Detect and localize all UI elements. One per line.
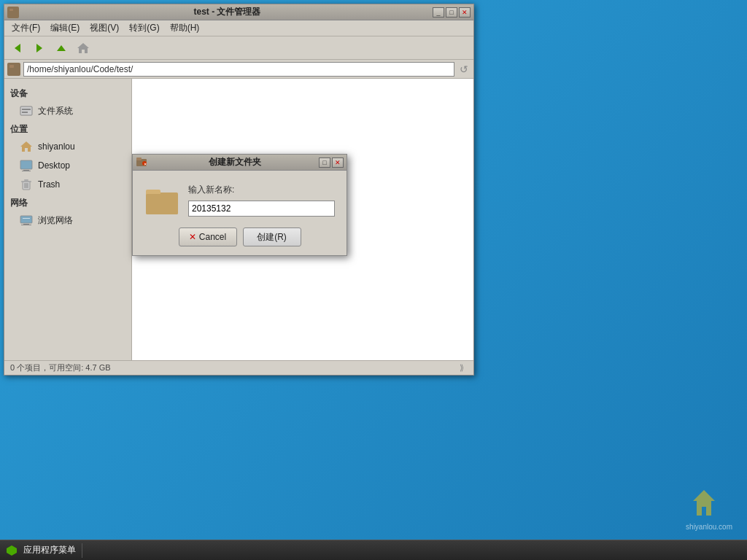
browse-network-label: 浏览网络 xyxy=(38,214,73,227)
apps-menu-button[interactable]: 应用程序菜单 xyxy=(6,544,76,556)
svg-rect-23 xyxy=(21,225,31,225)
dialog-title-bar: ✕ 创建新文件夹 □ ✕ xyxy=(133,155,347,171)
trash-icon xyxy=(19,177,34,192)
dialog-title: 创建新文件夹 xyxy=(150,156,319,168)
back-button[interactable] xyxy=(7,39,28,58)
shiyanlou-label: shiyanlou xyxy=(38,141,75,152)
svg-rect-17 xyxy=(24,179,28,181)
sidebar-item-filesystem[interactable]: 文件系统 xyxy=(4,101,131,120)
desktop-icon xyxy=(19,158,34,173)
apps-label: 应用程序菜单 xyxy=(23,544,76,556)
menu-edit[interactable]: 编辑(E) xyxy=(46,20,84,36)
dialog-title-buttons: □ ✕ xyxy=(319,158,344,168)
home-icon xyxy=(19,139,34,154)
menu-bar: 文件(F) 编辑(E) 视图(V) 转到(G) 帮助(H) xyxy=(4,20,473,36)
devices-section-title: 设备 xyxy=(4,85,131,101)
dialog-input-label: 输入新名称: xyxy=(188,184,335,196)
create-folder-dialog: ✕ 创建新文件夹 □ ✕ xyxy=(132,154,347,256)
svg-rect-16 xyxy=(21,181,31,182)
folder-name-input[interactable] xyxy=(188,201,335,217)
watermark: shiyanlou.com xyxy=(686,486,732,531)
location-icon xyxy=(7,63,20,76)
svg-rect-10 xyxy=(22,112,28,113)
svg-marker-5 xyxy=(77,43,89,53)
menu-file[interactable]: 文件(F) xyxy=(7,20,44,36)
forward-icon xyxy=(32,41,47,55)
svg-marker-3 xyxy=(36,44,42,52)
menu-go[interactable]: 转到(G) xyxy=(125,20,163,36)
status-bar: 0 个项目，可用空间: 4.7 GB ⟫ xyxy=(4,360,473,375)
svg-rect-26 xyxy=(136,158,142,160)
sidebar: 设备 文件系统 位置 shiyanlou xyxy=(4,79,132,360)
cancel-button[interactable]: ✕ Cancel xyxy=(179,228,237,246)
sidebar-item-desktop[interactable]: Desktop xyxy=(4,156,131,175)
menu-view[interactable]: 视图(V) xyxy=(85,20,123,36)
svg-rect-12 xyxy=(20,160,32,169)
toolbar xyxy=(4,36,473,60)
minimize-button[interactable]: _ xyxy=(433,7,444,18)
svg-text:✕: ✕ xyxy=(144,162,147,166)
dialog-close-button[interactable]: ✕ xyxy=(332,158,344,168)
menu-help[interactable]: 帮助(H) xyxy=(166,20,204,36)
apps-icon xyxy=(6,545,18,556)
up-button[interactable] xyxy=(51,39,71,58)
svg-rect-8 xyxy=(20,106,32,115)
sidebar-item-browse-network[interactable]: 浏览网络 xyxy=(4,211,131,230)
create-label: 创建(R) xyxy=(257,231,287,244)
network-icon xyxy=(19,213,34,228)
watermark-logo xyxy=(686,486,722,523)
dialog-content: 输入新名称: ✕ Cancel 创建(R) xyxy=(133,171,347,255)
title-bar: test - 文件管理器 _ □ ✕ xyxy=(4,4,473,20)
svg-rect-31 xyxy=(146,194,178,214)
svg-rect-1 xyxy=(9,9,13,11)
svg-marker-33 xyxy=(7,545,17,556)
svg-rect-21 xyxy=(20,216,32,223)
dialog-buttons: ✕ Cancel 创建(R) xyxy=(144,225,335,246)
svg-rect-24 xyxy=(23,218,30,219)
home-icon xyxy=(76,41,90,55)
taskbar: 应用程序菜单 xyxy=(0,540,747,560)
svg-rect-14 xyxy=(22,171,31,171)
dialog-title-icon: ✕ xyxy=(136,157,147,168)
dialog-form: 输入新名称: xyxy=(188,184,335,217)
filesystem-icon xyxy=(19,104,34,118)
window-icon xyxy=(7,7,19,18)
svg-rect-9 xyxy=(22,109,31,110)
resize-handle: ⟫ xyxy=(456,362,468,374)
sidebar-item-shiyanlou[interactable]: shiyanlou xyxy=(4,137,131,156)
svg-rect-0 xyxy=(9,10,17,16)
maximize-button[interactable]: □ xyxy=(446,7,457,18)
title-bar-buttons: _ □ ✕ xyxy=(433,7,471,18)
svg-marker-4 xyxy=(57,45,66,51)
address-bar: ↺ xyxy=(4,60,473,79)
status-text: 0 个项目，可用空间: 4.7 GB xyxy=(10,362,111,373)
sidebar-item-trash[interactable]: Trash xyxy=(4,175,131,194)
places-section-title: 位置 xyxy=(4,120,131,137)
refresh-button[interactable]: ↺ xyxy=(457,63,471,76)
cancel-label: Cancel xyxy=(199,232,226,242)
svg-marker-2 xyxy=(15,44,20,52)
filesystem-label: 文件系统 xyxy=(38,105,73,117)
svg-marker-11 xyxy=(20,141,32,152)
back-icon xyxy=(10,41,25,55)
address-input[interactable] xyxy=(23,62,454,77)
svg-rect-7 xyxy=(9,65,14,68)
cancel-icon: ✕ xyxy=(189,232,196,242)
desktop-label: Desktop xyxy=(38,160,70,171)
dialog-body: 输入新名称: xyxy=(144,182,335,217)
dialog-folder-icon xyxy=(144,182,179,217)
taskbar-divider xyxy=(82,543,82,558)
up-icon xyxy=(54,41,69,55)
network-section-title: 网络 xyxy=(4,194,131,211)
trash-label: Trash xyxy=(38,179,60,190)
forward-button[interactable] xyxy=(29,39,50,58)
create-button[interactable]: 创建(R) xyxy=(243,228,301,246)
file-manager-window: test - 文件管理器 _ □ ✕ 文件(F) 编辑(E) 视图(V) 转到(… xyxy=(4,4,474,376)
dialog-maximize-button[interactable]: □ xyxy=(319,158,330,168)
watermark-text: shiyanlou.com xyxy=(686,523,732,531)
home-button[interactable] xyxy=(73,39,93,58)
close-button[interactable]: ✕ xyxy=(459,7,471,18)
window-title: test - 文件管理器 xyxy=(22,6,433,18)
svg-marker-32 xyxy=(693,490,715,516)
